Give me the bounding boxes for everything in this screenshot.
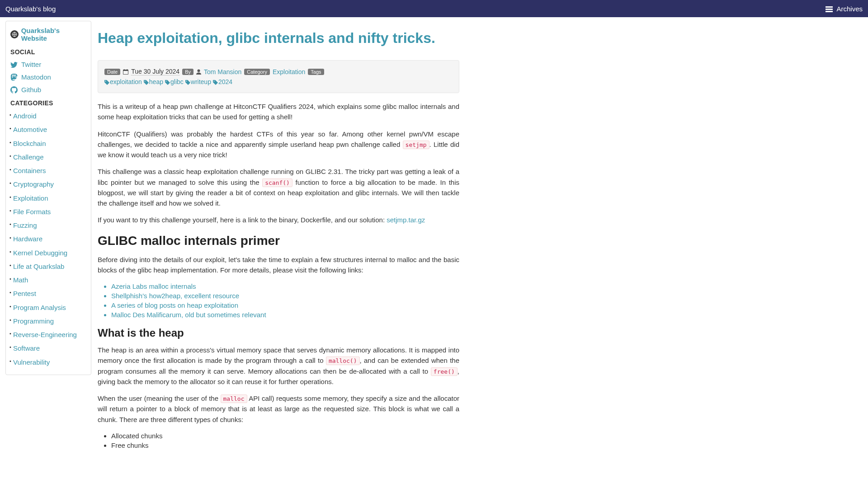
code-inline: setjmp [403,141,429,149]
calendar-icon [123,69,128,75]
body-paragraph: The heap is an area within a process's v… [98,345,459,387]
category-link[interactable]: Blockchain [13,140,46,147]
page-title: Heap exploitation, glibc internals and n… [98,30,459,47]
tag-icon [144,79,149,85]
list-item: Azeria Labs malloc internals [111,282,459,291]
tag-link[interactable]: glibc [170,78,184,85]
tags-container: exploitationheapglibcwriteup2024 [104,78,234,85]
category-link[interactable]: Exploitation [273,68,305,75]
tag-icon [185,79,190,85]
publish-date: Tue 30 July 2024 [131,68,179,75]
category-link[interactable]: Programming [13,317,54,325]
category-link[interactable]: Android [13,112,37,120]
category-item: Blockchain [10,137,86,150]
article: Heap exploitation, glibc internals and n… [93,21,468,465]
svg-point-13 [213,81,214,82]
social-list: Twitter Mastodon Github [10,58,86,96]
body-paragraph: When the user (meaning the user of the m… [98,393,459,425]
date-pill: Date [104,69,120,75]
category-link[interactable]: Kernel Debugging [13,249,67,257]
tag-link[interactable]: 2024 [218,78,232,85]
body-paragraph: HitconCTF (Qualifiers) was probably the … [98,129,459,160]
svg-rect-0 [826,6,833,8]
tag-link[interactable]: writeup [191,78,211,85]
body-paragraph: This challenge was a classic heap exploi… [98,166,459,208]
globe-icon [10,30,19,38]
social-mastodon[interactable]: Mastodon [10,73,86,81]
category-item: Math [10,273,86,287]
svg-rect-7 [127,69,128,70]
list-item: Allocated chunks [111,431,459,441]
category-item: Hardware [10,232,86,246]
person-icon [196,69,201,75]
reference-list: Azeria Labs malloc internalsShellphish's… [111,282,459,319]
category-link[interactable]: Hardware [13,235,42,243]
category-link[interactable]: Life at Quarkslab [13,263,64,270]
tag-link[interactable]: heap [149,78,163,85]
category-link[interactable]: Cryptography [13,180,54,188]
list-item: A series of blog posts on heap exploitat… [111,300,459,310]
svg-rect-6 [124,69,125,70]
brand-link[interactable]: Quarkslab's blog [5,5,56,13]
sidebar: Quarkslab's Website SOCIAL Twitter Masto… [5,21,91,375]
reference-link[interactable]: Malloc Des Malificarum, old but sometime… [111,311,266,319]
text: If you want to try this challenge yourse… [98,216,387,224]
text: When the user (meaning the user of the [98,394,221,402]
subsection-heading: What is the heap [98,327,459,339]
section-heading: GLIBC malloc internals primer [98,234,459,248]
list-item: Malloc Des Malificarum, old but sometime… [111,310,459,319]
category-link[interactable]: Challenge [13,153,44,161]
category-item: Containers [10,164,86,178]
social-label: Mastodon [21,73,51,81]
github-icon [10,85,18,94]
category-link[interactable]: Exploitation [13,194,48,202]
category-link[interactable]: Fuzzing [13,221,37,229]
category-link[interactable]: Vulnerability [13,358,50,366]
category-item: Vulnerability [10,356,86,369]
category-link[interactable]: File Formats [13,208,51,216]
social-github[interactable]: Github [10,85,86,94]
tag-link[interactable]: exploitation [110,78,142,85]
download-link[interactable]: setjmp.tar.gz [387,216,425,224]
reference-link[interactable]: Shellphish's how2heap, excellent resourc… [111,292,239,300]
category-item: Exploitation [10,192,86,205]
category-link[interactable]: Pentest [13,290,36,297]
code-inline: malloc() [326,357,360,365]
category-link[interactable]: Automotive [13,126,47,133]
category-item: File Formats [10,205,86,219]
tag-icon [104,79,109,85]
code-inline: scanf() [262,178,292,187]
reference-link[interactable]: Azeria Labs malloc internals [111,282,196,290]
category-link[interactable]: Reverse-Engineering [13,331,77,338]
twitter-icon [10,61,18,68]
tag-icon [213,79,218,85]
archives-link[interactable]: Archives [826,5,863,12]
social-twitter[interactable]: Twitter [10,61,86,68]
category-item: Software [10,342,86,355]
svg-point-11 [165,81,166,82]
category-link[interactable]: Program Analysis [13,304,66,311]
chunks-list: Allocated chunksFree chunks [111,431,459,450]
code-inline: malloc [221,394,247,403]
category-link[interactable]: Math [13,276,28,284]
list-item: Free chunks [111,441,459,450]
svg-rect-2 [826,11,833,12]
website-link-label: Quarkslab's Website [21,27,86,42]
category-link[interactable]: Containers [13,167,46,174]
category-item: Programming [10,314,86,328]
category-item: Pentest [10,287,86,300]
svg-point-8 [197,70,200,72]
website-link[interactable]: Quarkslab's Website [10,27,86,42]
author-link[interactable]: Tom Mansion [204,68,241,75]
svg-rect-1 [826,9,833,10]
category-item: Reverse-Engineering [10,328,86,342]
category-item: Program Analysis [10,301,86,314]
list-item: Shellphish's how2heap, excellent resourc… [111,291,459,300]
tag-icon [165,79,170,85]
category-item: Cryptography [10,178,86,191]
category-item: Automotive [10,123,86,136]
reference-link[interactable]: A series of blog posts on heap exploitat… [111,301,238,309]
social-header: SOCIAL [10,48,86,56]
category-link[interactable]: Software [13,344,40,352]
category-item: Life at Quarkslab [10,260,86,273]
